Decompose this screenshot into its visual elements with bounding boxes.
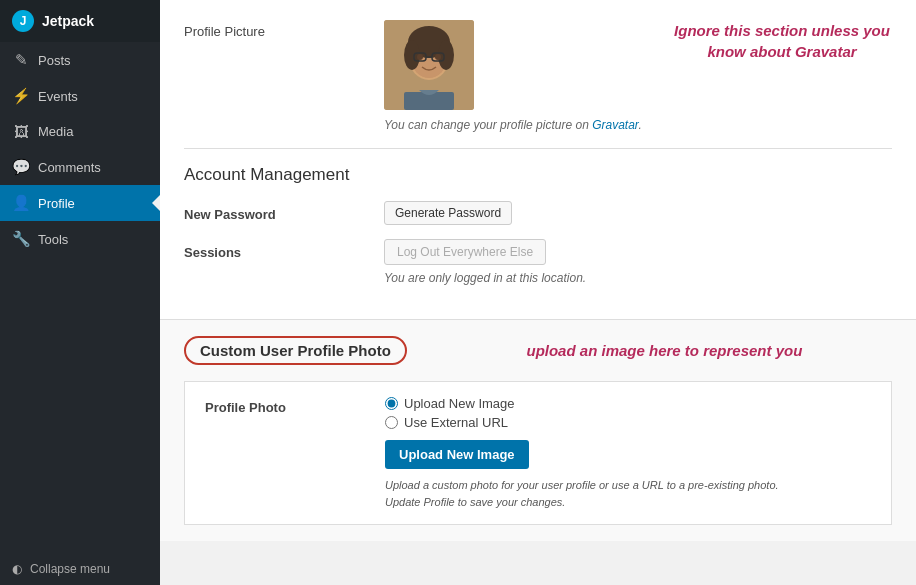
new-password-control: Generate Password [384,201,892,225]
avatar [384,20,474,110]
sidebar-item-tools[interactable]: 🔧 Tools [0,221,160,257]
profile-icon: 👤 [12,194,30,212]
new-password-row: New Password Generate Password [184,201,892,225]
sidebar-item-label: Comments [38,160,101,175]
sidebar-item-comments[interactable]: 💬 Comments [0,149,160,185]
profile-photo-label: Profile Photo [205,396,365,510]
sidebar-brand-label: Jetpack [42,13,94,29]
sidebar-item-media[interactable]: 🖼 Media [0,114,160,149]
collapse-label: Collapse menu [30,562,110,576]
use-external-url-radio[interactable] [385,416,398,429]
sidebar-brand[interactable]: J Jetpack [0,0,160,42]
sessions-note: You are only logged in at this location. [384,271,892,285]
sessions-control: Log Out Everywhere Else You are only log… [384,239,892,285]
sessions-label: Sessions [184,239,364,260]
tools-icon: 🔧 [12,230,30,248]
photo-row: Profile Photo Upload New Image Use Exter… [205,396,871,510]
upload-new-image-label: Upload New Image [404,396,515,411]
gravatar-annotation: Ignore this section unless you know abou… [672,20,892,132]
upload-note-line1: Upload a custom photo for your user prof… [385,479,779,491]
use-external-url-label: Use External URL [404,415,508,430]
sidebar: J Jetpack ✎ Posts ⚡ Events 🖼 Media 💬 Com… [0,0,160,585]
upload-note-line2: Update Profile to save your changes. [385,496,565,508]
jetpack-icon: J [12,10,34,32]
collapse-menu-button[interactable]: ◐ Collapse menu [0,553,160,585]
svg-point-9 [417,54,423,60]
account-management-title: Account Management [184,165,892,185]
events-icon: ⚡ [12,87,30,105]
section-divider [184,148,892,149]
logout-everywhere-button[interactable]: Log Out Everywhere Else [384,239,546,265]
custom-section-title-wrap: Custom User Profile Photo [184,336,407,365]
sidebar-item-label: Posts [38,53,71,68]
upload-new-image-option: Upload New Image [385,396,871,411]
use-external-url-option: Use External URL [385,415,871,430]
upload-new-image-button[interactable]: Upload New Image [385,440,529,469]
svg-point-4 [404,40,420,70]
gravatar-note: You can change your profile picture on G… [384,118,652,132]
profile-picture-row: Profile Picture [184,20,892,132]
generate-password-button[interactable]: Generate Password [384,201,512,225]
custom-profile-section: Custom User Profile Photo upload an imag… [160,319,916,541]
sidebar-item-profile[interactable]: 👤 Profile [0,185,160,221]
profile-picture-label: Profile Picture [184,20,364,132]
svg-point-5 [438,40,454,70]
collapse-icon: ◐ [12,562,22,576]
comments-icon: 💬 [12,158,30,176]
profile-photo-section: Profile Photo Upload New Image Use Exter… [184,381,892,525]
posts-icon: ✎ [12,51,30,69]
avatar-image [384,20,474,110]
new-password-label: New Password [184,201,364,222]
main-content: Profile Picture [160,0,916,585]
upload-annotation: upload an image here to represent you [437,340,892,361]
upload-note: Upload a custom photo for your user prof… [385,477,865,510]
sidebar-item-label: Tools [38,232,68,247]
profile-picture-content: You can change your profile picture on G… [384,20,652,132]
sidebar-item-label: Media [38,124,73,139]
sidebar-item-events[interactable]: ⚡ Events [0,78,160,114]
upload-new-image-radio[interactable] [385,397,398,410]
sidebar-item-posts[interactable]: ✎ Posts [0,42,160,78]
sidebar-item-label: Profile [38,196,75,211]
media-icon: 🖼 [12,123,30,140]
custom-section-header: Custom User Profile Photo upload an imag… [184,336,892,365]
photo-options: Upload New Image Use External URL Upload… [385,396,871,510]
sidebar-item-label: Events [38,89,78,104]
custom-section-title: Custom User Profile Photo [200,342,391,359]
svg-point-10 [435,54,441,60]
gravatar-link[interactable]: Gravatar [592,118,638,132]
sessions-row: Sessions Log Out Everywhere Else You are… [184,239,892,285]
profile-picture-section: Profile Picture [160,0,916,319]
